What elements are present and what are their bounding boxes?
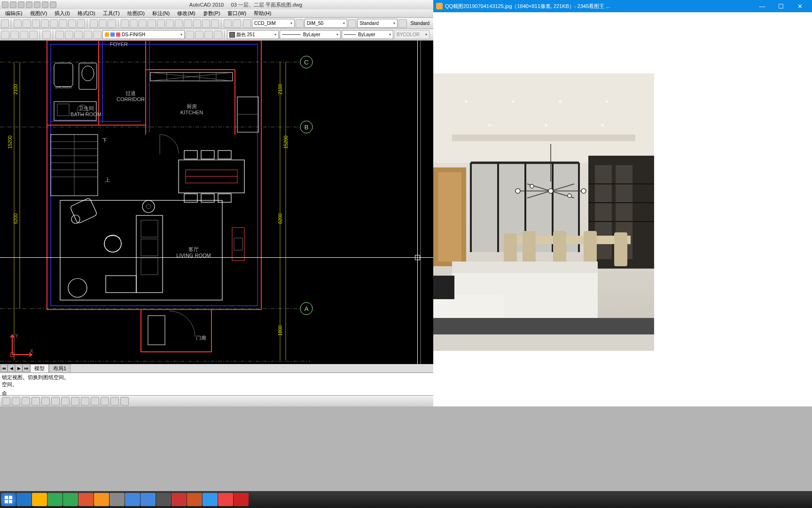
toolbar-icon[interactable] [108,19,116,28]
status-icon[interactable] [120,397,129,405]
menu-draw[interactable]: 绘图(D) [124,9,148,17]
toolbar-icon[interactable] [59,19,67,28]
toolbar-icon[interactable] [77,19,85,28]
viewer-body[interactable] [433,12,812,406]
taskbar-app-icon[interactable] [218,493,233,506]
zoom-icon[interactable] [157,19,165,28]
toolbar-icon[interactable] [348,19,356,28]
toolbar-icon[interactable] [224,19,232,28]
zoom-icon[interactable] [202,19,210,28]
viewer-title-bar[interactable]: QQ截图20190704143125.jpg（1840×811像素, 221KB… [433,0,812,12]
menu-dimension[interactable]: 标注(N) [149,9,173,17]
command-line[interactable]: 锁定视图。切换到图纸空间。 空间。 命 [0,373,433,395]
qat-btn[interactable] [18,1,24,8]
layer-icon[interactable] [20,31,28,39]
taskbar-app-icon[interactable] [109,493,125,506]
zoom-icon[interactable] [139,19,147,28]
zoom-icon[interactable] [193,19,201,28]
qat-btn[interactable] [50,1,56,8]
status-icon[interactable] [41,397,50,405]
toolbar-icon[interactable] [1,19,9,28]
layer-icon[interactable] [55,31,64,39]
toolbar-icon[interactable] [68,19,76,28]
status-icon[interactable] [51,397,60,405]
status-icon[interactable] [110,397,119,405]
taskbar-app-icon[interactable] [47,493,62,506]
zoom-icon[interactable] [184,19,192,28]
tab-model[interactable]: 模型 [30,364,49,373]
layer-icon[interactable] [195,31,203,39]
status-icon[interactable] [61,397,70,405]
tab-last[interactable]: ⏭ [23,365,30,372]
color-dropdown[interactable]: 颜色 251 [227,30,279,39]
status-icon[interactable] [71,397,79,405]
dimstyle-icon[interactable] [243,19,251,28]
tab-prev[interactable]: ◀ [8,365,15,372]
layer-icon[interactable] [10,31,19,39]
taskbar-folder-icon[interactable] [32,493,47,506]
qat-btn[interactable] [34,1,40,8]
zoom-icon[interactable] [175,19,183,28]
layer-icon[interactable] [29,31,38,39]
layer-icon[interactable] [1,31,9,39]
layer-icon[interactable] [204,31,213,39]
menu-format[interactable]: 格式(O) [74,9,99,17]
command-input[interactable] [8,391,102,397]
layer-icon[interactable] [93,31,102,39]
toolbar-icon[interactable] [14,19,22,28]
textstyle-dropdown[interactable]: Standard [357,19,398,28]
taskbar-app-icon[interactable] [125,493,140,506]
taskbar-record-icon[interactable] [234,493,249,506]
maximize-button[interactable]: ☐ [772,0,790,12]
toolbar-icon[interactable] [398,19,406,28]
layer-icon[interactable] [84,31,92,39]
zoom-icon[interactable] [148,19,156,28]
status-icon[interactable] [101,397,109,405]
tab-layout1[interactable]: 布局1 [49,364,70,373]
status-icon[interactable] [2,397,10,405]
zoom-icon[interactable] [166,19,174,28]
status-icon[interactable] [31,397,40,405]
dimstyle-dropdown[interactable]: CCD_DIM [252,19,295,28]
menu-tools[interactable]: 工具(T) [100,9,123,17]
toolbar-icon[interactable] [296,19,304,28]
taskbar-app-icon[interactable] [172,493,187,506]
toolbar-icon[interactable] [23,19,31,28]
zoom-icon[interactable] [130,19,138,28]
dimstyle2-dropdown[interactable]: DIM_50 [304,19,347,28]
tab-first[interactable]: ⏮ [0,365,8,372]
minimize-button[interactable]: — [753,0,772,12]
toolbar-icon[interactable] [50,19,58,28]
menu-edit[interactable]: 编辑(E) [2,9,26,17]
plotstyle-dropdown[interactable]: BYCOLOR [394,30,429,39]
toolbar-icon[interactable] [99,19,107,28]
layer-icon[interactable] [186,31,194,39]
menu-insert[interactable]: 插入(I) [51,9,73,17]
layer-icon[interactable] [214,31,222,39]
close-button[interactable]: ✕ [790,0,809,12]
tab-next[interactable]: ▶ [15,365,23,372]
status-icon[interactable] [12,397,20,405]
qat-btn[interactable] [42,1,48,8]
menu-parametric[interactable]: 参数(P) [200,9,224,17]
menu-view[interactable]: 视图(V) [27,9,51,17]
linetype-dropdown[interactable]: ByLayer [280,30,341,39]
start-button[interactable] [1,493,16,506]
status-icon[interactable] [81,397,89,405]
drawing-canvas[interactable]: C B A 2100 15200 6200 1800 2100 15200 62… [0,40,433,364]
toolbar-icon[interactable] [41,19,49,28]
taskbar-app-icon[interactable] [141,493,156,506]
taskbar-app-icon[interactable] [94,493,109,506]
taskbar-app-icon[interactable] [156,493,171,506]
qat-btn[interactable] [2,1,8,8]
lineweight-dropdown[interactable]: ByLayer [342,30,393,39]
toolbar-icon[interactable] [32,19,40,28]
zoom-icon[interactable] [121,19,129,28]
status-icon[interactable] [22,397,30,405]
taskbar-app-icon[interactable] [63,493,78,506]
qat-btn[interactable] [10,1,16,8]
menu-modify[interactable]: 修改(M) [174,9,199,17]
toolbar-icon[interactable] [233,19,241,28]
layer-icon[interactable] [74,31,83,39]
zoom-icon[interactable] [211,19,219,28]
